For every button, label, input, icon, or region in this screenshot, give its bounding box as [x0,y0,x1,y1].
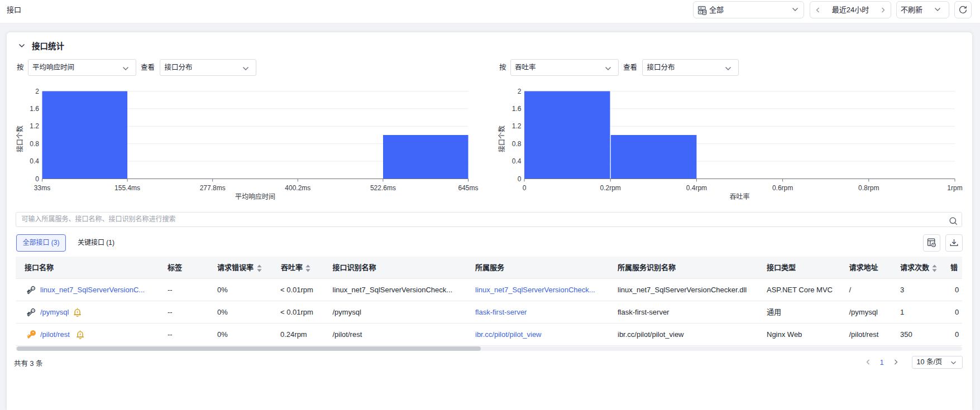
svg-text:0.4: 0.4 [30,157,39,165]
svg-text:0: 0 [35,175,39,183]
svg-text:0.8: 0.8 [512,140,522,148]
svg-text:0: 0 [518,175,522,183]
svg-text:吞吐率: 吞吐率 [729,192,749,201]
svg-text:平均响应时间: 平均响应时间 [235,192,275,201]
svg-text:1.6: 1.6 [512,105,522,113]
svg-text:接口个数: 接口个数 [16,126,24,152]
svg-text:0.4rpm: 0.4rpm [686,184,707,192]
svg-text:0.6rpm: 0.6rpm [772,184,793,192]
svg-text:0: 0 [523,184,527,192]
svg-text:0.8rpm: 0.8rpm [858,184,879,192]
svg-text:645ms: 645ms [458,184,478,192]
svg-text:1.2: 1.2 [512,122,522,130]
svg-text:接口个数: 接口个数 [498,126,506,152]
svg-text:277.8ms: 277.8ms [200,184,226,192]
svg-text:155.4ms: 155.4ms [114,184,140,192]
svg-text:2: 2 [35,88,39,95]
svg-text:400.2ms: 400.2ms [285,184,310,192]
svg-text:2: 2 [518,88,522,95]
svg-text:0.8: 0.8 [30,140,39,148]
svg-text:0.2rpm: 0.2rpm [600,184,621,192]
svg-text:33ms: 33ms [34,184,50,192]
svg-text:0.4: 0.4 [512,157,522,165]
svg-text:1.2: 1.2 [30,122,39,130]
svg-text:522.6ms: 522.6ms [370,184,396,192]
svg-text:1rpm: 1rpm [947,184,962,192]
svg-text:1.6: 1.6 [30,105,39,113]
